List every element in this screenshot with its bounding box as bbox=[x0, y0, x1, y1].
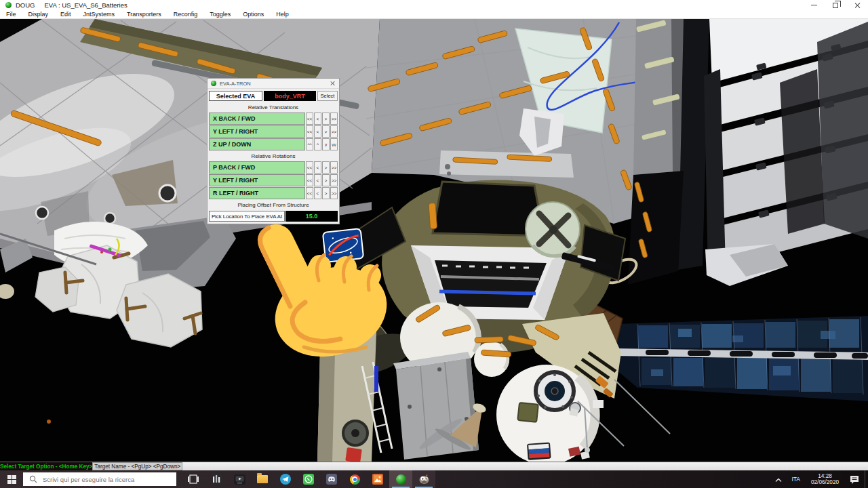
x-back-button[interactable]: < bbox=[314, 113, 321, 125]
row-x-back-fwd: X BACK / FWD << < > >> bbox=[209, 113, 338, 125]
discord-button[interactable] bbox=[320, 470, 343, 488]
menu-display[interactable]: Display bbox=[22, 11, 55, 18]
equalizer-app-button[interactable] bbox=[205, 470, 228, 488]
menu-jntsystems[interactable]: JntSystems bbox=[77, 11, 121, 18]
file-explorer-icon bbox=[257, 475, 268, 483]
gimp-icon bbox=[418, 474, 430, 485]
minimize-icon bbox=[811, 5, 817, 5]
tray-chevron-button[interactable] bbox=[771, 473, 786, 485]
menu-help[interactable]: Help bbox=[270, 11, 295, 18]
window-doc-title: EVA : US_EVA_S6_Batteries bbox=[45, 1, 127, 9]
pick-location-button[interactable]: Pick Location To Place EVA At bbox=[209, 211, 285, 222]
selected-eva-value: body_VRT bbox=[264, 91, 316, 101]
dialog-close-icon[interactable] bbox=[330, 81, 335, 86]
chrome-button[interactable] bbox=[343, 470, 366, 488]
equalizer-icon bbox=[211, 474, 222, 485]
search-input[interactable] bbox=[41, 475, 176, 484]
whatsapp-button[interactable] bbox=[297, 470, 320, 488]
telegram-icon bbox=[280, 474, 291, 485]
action-center-button[interactable] bbox=[844, 470, 865, 488]
menu-bar: File Display Edit JntSystems Transporter… bbox=[0, 10, 868, 19]
show-desktop-button[interactable] bbox=[865, 470, 868, 488]
chrome-icon bbox=[350, 474, 360, 485]
start-button[interactable] bbox=[0, 470, 23, 488]
doug-app-icon bbox=[396, 474, 406, 485]
menu-reconfig[interactable]: Reconfig bbox=[167, 11, 204, 18]
file-explorer-button[interactable] bbox=[251, 470, 274, 488]
z-down-fast-button[interactable]: vv bbox=[330, 138, 338, 150]
p-back-fwd-label: P BACK / FWD bbox=[209, 161, 305, 174]
discord-icon bbox=[326, 474, 337, 485]
row-z-up-down: Z UP / DOWN ^^ ^ v vv bbox=[209, 138, 338, 150]
p-fwd-button[interactable]: > bbox=[322, 161, 330, 174]
menu-file[interactable]: File bbox=[0, 11, 22, 18]
windows-logo-icon bbox=[7, 475, 16, 484]
yaw-right-button[interactable]: > bbox=[322, 174, 330, 186]
hatch-cross bbox=[526, 202, 580, 256]
menu-options[interactable]: Options bbox=[237, 11, 270, 18]
dialog-titlebar[interactable]: EVA-A-TRON bbox=[208, 79, 339, 89]
restore-button[interactable] bbox=[825, 0, 846, 10]
selected-eva-button[interactable]: Selected EVA bbox=[209, 91, 262, 101]
x-fwd-fast-button[interactable]: >> bbox=[330, 113, 338, 125]
target-name-tab[interactable]: Target Name - <PgUp> <PgDown> bbox=[92, 462, 182, 470]
z-up-fast-button[interactable]: ^^ bbox=[306, 138, 313, 150]
taskbar-clock[interactable]: 14:28 02/06/2020 bbox=[806, 473, 844, 486]
desktop: DOUG EVA : US_EVA_S6_Batteries File Disp… bbox=[0, 0, 868, 488]
row-p-back-fwd: P BACK / FWD << < > >> bbox=[209, 161, 338, 174]
gimp-app-button[interactable] bbox=[412, 470, 435, 488]
minimize-button[interactable] bbox=[803, 0, 825, 10]
x-fwd-button[interactable]: > bbox=[322, 113, 330, 125]
language-indicator[interactable]: ITA bbox=[786, 476, 806, 483]
taskbar-search-box[interactable] bbox=[23, 472, 176, 486]
status-bar-filler bbox=[182, 462, 868, 470]
z-up-button[interactable]: ^ bbox=[314, 138, 321, 150]
menu-edit[interactable]: Edit bbox=[54, 11, 77, 18]
r-left-button[interactable]: < bbox=[314, 187, 321, 199]
yaw-left-fast-button[interactable]: << bbox=[306, 174, 313, 186]
media-player-button[interactable] bbox=[228, 470, 251, 488]
doug-app-button[interactable] bbox=[389, 470, 412, 488]
r-left-right-label: R LEFT / RIGHT bbox=[209, 187, 305, 199]
clock-date: 02/06/2020 bbox=[811, 479, 839, 486]
y-left-button[interactable]: < bbox=[314, 125, 321, 138]
menu-toggles[interactable]: Toggles bbox=[203, 11, 237, 18]
task-view-icon bbox=[188, 474, 199, 484]
dialog-app-icon bbox=[211, 81, 216, 86]
offset-value-field[interactable]: 15.0 bbox=[285, 211, 338, 222]
z-up-down-label: Z UP / DOWN bbox=[209, 138, 305, 150]
telegram-button[interactable] bbox=[274, 470, 297, 488]
window-titlebar: DOUG EVA : US_EVA_S6_Batteries bbox=[0, 0, 868, 10]
task-view-button[interactable] bbox=[182, 470, 205, 488]
whatsapp-icon bbox=[303, 474, 314, 485]
yaw-left-right-label: Y LEFT / RIGHT bbox=[209, 174, 305, 186]
clock-time: 14:28 bbox=[811, 473, 839, 480]
y-left-right-label: Y LEFT / RIGHT bbox=[209, 125, 305, 138]
y-right-fast-button[interactable]: >> bbox=[330, 125, 338, 138]
yaw-right-fast-button[interactable]: >> bbox=[330, 174, 338, 186]
yaw-left-button[interactable]: < bbox=[314, 174, 321, 186]
close-button[interactable] bbox=[846, 0, 868, 10]
p-fwd-fast-button[interactable]: >> bbox=[330, 161, 338, 174]
select-button[interactable]: Select bbox=[317, 91, 338, 101]
menu-transporters[interactable]: Transporters bbox=[121, 11, 167, 18]
notification-icon bbox=[850, 475, 859, 484]
r-right-fast-button[interactable]: >> bbox=[330, 187, 338, 199]
y-left-fast-button[interactable]: << bbox=[306, 125, 313, 138]
close-icon bbox=[854, 2, 861, 9]
p-back-fast-button[interactable]: << bbox=[306, 161, 313, 174]
select-target-option-status: Select Target Option - <Home Key> bbox=[0, 462, 92, 470]
r-left-fast-button[interactable]: << bbox=[306, 187, 313, 199]
eva-a-tron-dialog: EVA-A-TRON Selected EVA body_VRT Select … bbox=[207, 78, 340, 224]
y-right-button[interactable]: > bbox=[322, 125, 330, 138]
window-blue-shutter bbox=[439, 291, 536, 293]
z-down-button[interactable]: v bbox=[322, 138, 330, 150]
iss-3d-viewport[interactable] bbox=[0, 19, 868, 462]
photos-icon bbox=[372, 474, 383, 485]
p-back-button[interactable]: < bbox=[314, 161, 321, 174]
x-back-fast-button[interactable]: << bbox=[306, 113, 313, 125]
photos-app-button[interactable] bbox=[366, 470, 389, 488]
window-app-name: DOUG bbox=[16, 1, 35, 9]
doug-status-bar: Select Target Option - <Home Key> Target… bbox=[0, 462, 868, 470]
r-right-button[interactable]: > bbox=[322, 187, 330, 199]
